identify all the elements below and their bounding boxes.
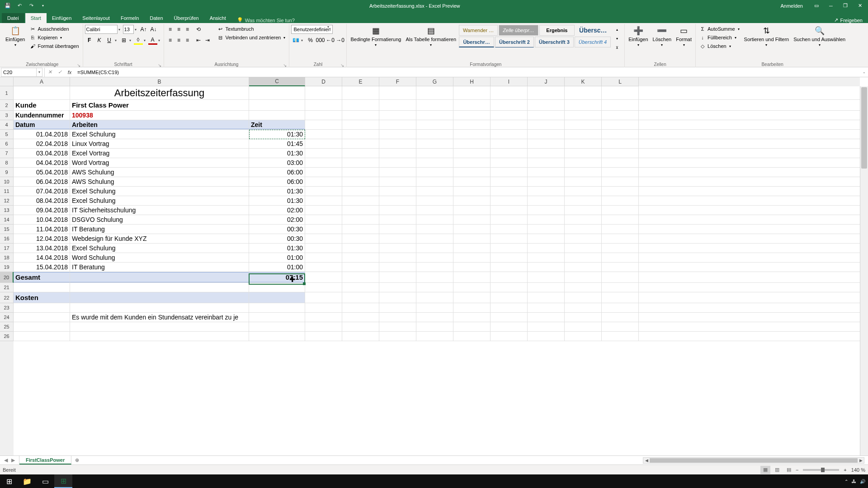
- wrap-text-button[interactable]: ↩Textumbruch: [216, 25, 288, 33]
- zoom-level[interactable]: 140 %: [851, 467, 865, 473]
- decrease-indent-icon[interactable]: ⇤: [194, 36, 203, 45]
- row-header-24[interactable]: 24: [0, 313, 14, 322]
- number-format-select[interactable]: [291, 25, 333, 34]
- row-headers[interactable]: 1234567891011121314151617181920212223242…: [0, 86, 14, 455]
- styles-up-icon[interactable]: ▴: [613, 25, 622, 34]
- font-dialog-icon[interactable]: ↘: [157, 63, 162, 67]
- view-page-break-icon[interactable]: ▤: [784, 466, 794, 474]
- view-normal-icon[interactable]: ▦: [760, 466, 770, 474]
- fill-handle[interactable]: [303, 282, 306, 285]
- hscroll-right-icon[interactable]: ▶: [858, 458, 864, 463]
- cell-date[interactable]: 15.04.2018: [14, 263, 70, 272]
- cell-work[interactable]: AWS Schulung: [70, 177, 249, 186]
- cell-time[interactable]: 00:30: [249, 225, 305, 234]
- style-heading2[interactable]: Überschrift 2: [495, 37, 534, 47]
- format-as-table-button[interactable]: ▤Als Tabelle formatieren▾: [404, 25, 458, 48]
- col-header-h[interactable]: H: [453, 77, 491, 86]
- start-button[interactable]: ⊞: [0, 474, 18, 488]
- comma-icon[interactable]: 000: [316, 36, 325, 45]
- taskbar-explorer-icon[interactable]: 📁: [18, 474, 36, 488]
- tray-network-icon[interactable]: 🖧: [852, 479, 856, 484]
- ribbon-options-icon[interactable]: ▭: [810, 0, 823, 11]
- cell-work[interactable]: Excel Schulung: [70, 130, 249, 139]
- increase-font-icon[interactable]: A↑: [139, 25, 148, 34]
- copy-button[interactable]: ⎘Kopieren▾: [28, 33, 80, 42]
- cell-time[interactable]: 02:00: [249, 206, 305, 215]
- row-header-22[interactable]: 22: [0, 292, 14, 303]
- taskbar-app-icon[interactable]: ▭: [36, 474, 54, 488]
- align-center-icon[interactable]: ≡: [175, 36, 184, 45]
- cell-date[interactable]: 13.04.2018: [14, 244, 70, 253]
- font-size-select[interactable]: [123, 25, 134, 34]
- zoom-slider-thumb[interactable]: [821, 468, 825, 472]
- row-header-5[interactable]: 5: [0, 130, 14, 139]
- redo-icon[interactable]: ↷: [27, 2, 35, 10]
- cell-date[interactable]: 11.04.2018: [14, 225, 70, 234]
- bold-button[interactable]: F: [85, 36, 94, 45]
- cell-work[interactable]: Excel Vortrag: [70, 149, 249, 158]
- cell-work[interactable]: Webdesign für Kunde XYZ: [70, 234, 249, 243]
- view-page-layout-icon[interactable]: ▥: [772, 466, 782, 474]
- format-cells-button[interactable]: ▭Format▾: [674, 25, 693, 48]
- row-header-16[interactable]: 16: [0, 234, 14, 244]
- cell-hdr-time[interactable]: Zeit: [249, 120, 305, 129]
- save-icon[interactable]: 💾: [4, 2, 12, 10]
- cell-date[interactable]: 14.04.2018: [14, 253, 70, 262]
- cell-date[interactable]: 02.04.2018: [14, 139, 70, 148]
- sheet-tab-active[interactable]: FirstClassPower: [19, 456, 71, 465]
- cell-work[interactable]: DSGVO Schulung: [70, 215, 249, 224]
- cell-work[interactable]: IT Beratung: [70, 263, 249, 272]
- style-title[interactable]: Übersc…: [576, 25, 611, 36]
- cell-work[interactable]: Linux Vortrag: [70, 139, 249, 148]
- row-header-12[interactable]: 12: [0, 196, 14, 206]
- cell-time[interactable]: 06:00: [249, 168, 305, 177]
- horizontal-scrollbar[interactable]: ◀ ▶: [643, 457, 864, 464]
- find-select-button[interactable]: 🔍Suchen und Auswählen▾: [792, 25, 847, 48]
- vertical-scrollbar[interactable]: [860, 86, 868, 455]
- cell-time[interactable]: 00:30: [249, 234, 305, 243]
- tell-me-search[interactable]: 💡 Was möchten Sie tun?: [231, 17, 300, 23]
- cell-date[interactable]: 10.04.2018: [14, 215, 70, 224]
- align-top-icon[interactable]: ≡: [166, 25, 175, 34]
- add-sheet-icon[interactable]: ⊕: [71, 457, 82, 463]
- style-check-cell[interactable]: Zelle überpr…: [499, 25, 538, 36]
- col-header-d[interactable]: D: [305, 77, 342, 86]
- decrease-font-icon[interactable]: A↓: [149, 25, 158, 34]
- cell-time[interactable]: 01:00: [249, 253, 305, 262]
- align-left-icon[interactable]: ≡: [166, 36, 175, 45]
- col-header-e[interactable]: E: [342, 77, 379, 86]
- name-box-dropdown-icon[interactable]: ▾: [36, 68, 42, 77]
- row-header-1[interactable]: 1: [0, 86, 14, 100]
- cell-hdr-date[interactable]: Datum: [14, 120, 70, 129]
- conditional-format-button[interactable]: ▦Bedingte Formatierung▾: [349, 25, 403, 48]
- hscroll-thumb[interactable]: [650, 458, 858, 463]
- cell-time[interactable]: 01:30: [249, 130, 305, 139]
- cell-work[interactable]: Word Schulung: [70, 253, 249, 262]
- cell-time[interactable]: 03:00: [249, 158, 305, 167]
- border-button[interactable]: ⊞: [119, 36, 128, 45]
- underline-button[interactable]: U: [105, 36, 114, 45]
- row-header-20[interactable]: 20: [0, 272, 14, 283]
- col-header-f[interactable]: F: [379, 77, 416, 86]
- cell-time[interactable]: 02:00: [249, 215, 305, 224]
- row-header-26[interactable]: 26: [0, 332, 14, 341]
- fill-color-button[interactable]: ◊: [134, 36, 143, 45]
- enter-formula-icon[interactable]: ✓: [55, 68, 65, 77]
- zoom-in-icon[interactable]: +: [844, 467, 846, 473]
- cell-hdr-work[interactable]: Arbeiten: [70, 120, 249, 129]
- col-header-i[interactable]: I: [491, 77, 528, 86]
- name-box[interactable]: [1, 68, 36, 77]
- style-heading4[interactable]: Überschrift 4: [575, 37, 611, 47]
- decrease-decimal-icon[interactable]: →0: [335, 36, 344, 45]
- spreadsheet-grid[interactable]: A B C D E F G H I J K L 1234567891011121…: [0, 77, 868, 455]
- cell-time[interactable]: 01:00: [249, 263, 305, 272]
- cell-date[interactable]: 04.04.2018: [14, 158, 70, 167]
- cell-time[interactable]: 01:30: [249, 244, 305, 253]
- styles-more-icon[interactable]: ⊻: [613, 43, 622, 52]
- insert-cells-button[interactable]: ➕Einfügen▾: [627, 25, 650, 48]
- signin-link[interactable]: Anmelden: [780, 3, 803, 9]
- row-header-8[interactable]: 8: [0, 158, 14, 168]
- cell-work[interactable]: Excel Schulung: [70, 244, 249, 253]
- tray-sound-icon[interactable]: 🔊: [860, 479, 865, 484]
- row-header-21[interactable]: 21: [0, 283, 14, 292]
